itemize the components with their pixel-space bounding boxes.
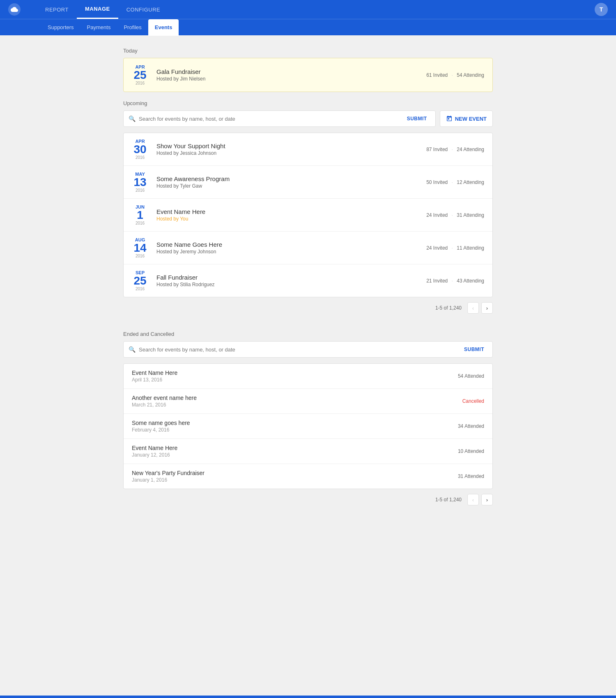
event-invited: 24 Invited bbox=[426, 212, 448, 218]
event-host: Hosted by Tyler Gaw bbox=[156, 183, 426, 189]
event-info: Some Awareness Program Hosted by Tyler G… bbox=[156, 175, 426, 189]
upcoming-event-row[interactable]: MAY 13 2016 Some Awareness Program Hoste… bbox=[124, 166, 492, 199]
subnav-profiles[interactable]: Profiles bbox=[117, 19, 148, 36]
top-nav-links: REPORT MANAGE CONFIGURE bbox=[37, 0, 595, 19]
subnav-payments[interactable]: Payments bbox=[80, 19, 117, 36]
subnav-supporters[interactable]: Supporters bbox=[41, 19, 80, 36]
event-stats: 24 Invited · 31 Attending bbox=[426, 212, 484, 218]
event-host: Hosted by Stilia Rodriguez bbox=[156, 282, 426, 287]
today-event-year: 2016 bbox=[132, 81, 148, 85]
event-host: Hosted by Jeremy Johnson bbox=[156, 249, 426, 255]
event-info: Some Name Goes Here Hosted by Jeremy Joh… bbox=[156, 241, 426, 255]
event-info: Event Name Here Hosted by You bbox=[156, 208, 426, 222]
ended-search-input[interactable] bbox=[139, 347, 461, 353]
ended-event-stat: 31 Attended bbox=[458, 473, 484, 479]
nav-configure[interactable]: CONFIGURE bbox=[118, 0, 169, 19]
stat-dot: · bbox=[452, 245, 453, 251]
main-content: Today APR 25 2016 Gala Fundraiser Hosted… bbox=[123, 35, 493, 519]
today-invited: 61 Invited bbox=[426, 72, 448, 78]
today-attending: 54 Attending bbox=[457, 72, 484, 78]
stat-dot: · bbox=[452, 212, 453, 218]
event-invited: 87 Invited bbox=[426, 147, 448, 152]
today-event-name: Gala Fundraiser bbox=[156, 68, 426, 75]
stat-dot: · bbox=[452, 278, 453, 284]
ended-event-date: March 21, 2016 bbox=[132, 402, 462, 408]
ended-submit-button[interactable]: SUBMIT bbox=[461, 347, 487, 352]
upcoming-search-input[interactable] bbox=[139, 116, 404, 122]
ended-event-date: April 13, 2016 bbox=[132, 377, 458, 383]
event-name: Event Name Here bbox=[156, 208, 426, 215]
ended-event-row[interactable]: Event Name Here April 13, 2016 54 Attend… bbox=[124, 364, 492, 389]
ended-search-row: 🔍 SUBMIT bbox=[123, 341, 493, 358]
event-stats: 50 Invited · 12 Attending bbox=[426, 179, 484, 185]
event-date-block: SEP 25 2016 bbox=[132, 270, 148, 291]
ended-event-row[interactable]: Some name goes here February 4, 2016 34 … bbox=[124, 414, 492, 439]
new-event-label: NEW EVENT bbox=[455, 116, 487, 122]
event-year: 2016 bbox=[132, 221, 148, 225]
ended-event-row[interactable]: Event Name Here January 12, 2016 10 Atte… bbox=[124, 439, 492, 464]
event-year: 2016 bbox=[132, 188, 148, 193]
ended-event-name: Event Name Here bbox=[132, 370, 458, 376]
ended-search-icon: 🔍 bbox=[129, 346, 136, 353]
upcoming-event-row[interactable]: JUN 1 2016 Event Name Here Hosted by You… bbox=[124, 199, 492, 232]
upcoming-event-row[interactable]: APR 30 2016 Show Your Support Night Host… bbox=[124, 133, 492, 166]
ended-event-info: Another event name here March 21, 2016 bbox=[132, 395, 462, 408]
event-host: Hosted by Jessica Johnson bbox=[156, 150, 426, 156]
new-event-button[interactable]: NEW EVENT bbox=[440, 110, 493, 127]
ended-event-info: Event Name Here January 12, 2016 bbox=[132, 445, 458, 458]
event-name: Some Awareness Program bbox=[156, 175, 426, 182]
search-icon: 🔍 bbox=[129, 115, 136, 122]
ended-event-row[interactable]: Another event name here March 21, 2016 C… bbox=[124, 389, 492, 414]
today-label: Today bbox=[123, 48, 493, 54]
ended-event-stat: Cancelled bbox=[462, 398, 484, 404]
ended-event-name: New Year's Party Fundraiser bbox=[132, 470, 458, 476]
event-year: 2016 bbox=[132, 254, 148, 258]
upcoming-event-row[interactable]: SEP 25 2016 Fall Fundraiser Hosted by St… bbox=[124, 264, 492, 297]
event-attending: 24 Attending bbox=[457, 147, 484, 152]
event-stats: 87 Invited · 24 Attending bbox=[426, 147, 484, 152]
ended-event-info: Some name goes here February 4, 2016 bbox=[132, 420, 458, 433]
app-logo[interactable] bbox=[8, 3, 21, 16]
upcoming-event-row[interactable]: AUG 14 2016 Some Name Goes Here Hosted b… bbox=[124, 232, 492, 264]
event-stats: 24 Invited · 11 Attending bbox=[426, 245, 484, 251]
ended-events-list: Event Name Here April 13, 2016 54 Attend… bbox=[123, 363, 493, 489]
event-attending: 12 Attending bbox=[457, 179, 484, 185]
event-invited: 24 Invited bbox=[426, 245, 448, 251]
ended-event-date: February 4, 2016 bbox=[132, 427, 458, 433]
nav-manage[interactable]: MANAGE bbox=[77, 0, 118, 19]
ended-prev-button[interactable]: ‹ bbox=[467, 494, 479, 505]
today-event-card[interactable]: APR 25 2016 Gala Fundraiser Hosted by Ji… bbox=[123, 58, 493, 92]
nav-report[interactable]: REPORT bbox=[37, 0, 77, 19]
upcoming-next-button[interactable]: › bbox=[481, 302, 493, 314]
event-year: 2016 bbox=[132, 287, 148, 291]
event-day: 25 bbox=[132, 275, 148, 287]
upcoming-search-wrap: 🔍 SUBMIT bbox=[123, 110, 436, 127]
event-day: 13 bbox=[132, 177, 148, 188]
user-avatar[interactable]: T bbox=[595, 3, 608, 16]
sub-nav: Supporters Payments Profiles Events bbox=[0, 19, 616, 35]
ended-event-row[interactable]: New Year's Party Fundraiser January 1, 2… bbox=[124, 464, 492, 489]
upcoming-submit-button[interactable]: SUBMIT bbox=[404, 116, 430, 122]
event-name: Show Your Support Night bbox=[156, 142, 426, 149]
event-day: 1 bbox=[132, 209, 148, 221]
subnav-events[interactable]: Events bbox=[148, 19, 179, 36]
top-nav: REPORT MANAGE CONFIGURE T bbox=[0, 0, 616, 19]
ended-section: Ended and Cancelled 🔍 SUBMIT Event Name … bbox=[123, 331, 493, 510]
ended-search-wrap: 🔍 SUBMIT bbox=[123, 341, 493, 358]
upcoming-search-row: 🔍 SUBMIT NEW EVENT bbox=[123, 110, 493, 127]
stat-dot: · bbox=[452, 179, 453, 185]
today-event-host: Hosted by Jim Nielsen bbox=[156, 76, 426, 82]
upcoming-prev-button[interactable]: ‹ bbox=[467, 302, 479, 314]
ended-next-button[interactable]: › bbox=[481, 494, 493, 505]
upcoming-label: Upcoming bbox=[123, 100, 493, 106]
ended-event-name: Another event name here bbox=[132, 395, 462, 401]
ended-label: Ended and Cancelled bbox=[123, 331, 493, 337]
event-name: Fall Fundraiser bbox=[156, 274, 426, 281]
event-name: Some Name Goes Here bbox=[156, 241, 426, 248]
event-attending: 11 Attending bbox=[457, 245, 484, 251]
today-event-info: Gala Fundraiser Hosted by Jim Nielsen bbox=[156, 68, 426, 82]
event-host: Hosted by You bbox=[156, 216, 426, 222]
ended-event-stat: 10 Attended bbox=[458, 448, 484, 454]
ended-event-stat: 34 Attended bbox=[458, 423, 484, 429]
ended-event-name: Some name goes here bbox=[132, 420, 458, 426]
